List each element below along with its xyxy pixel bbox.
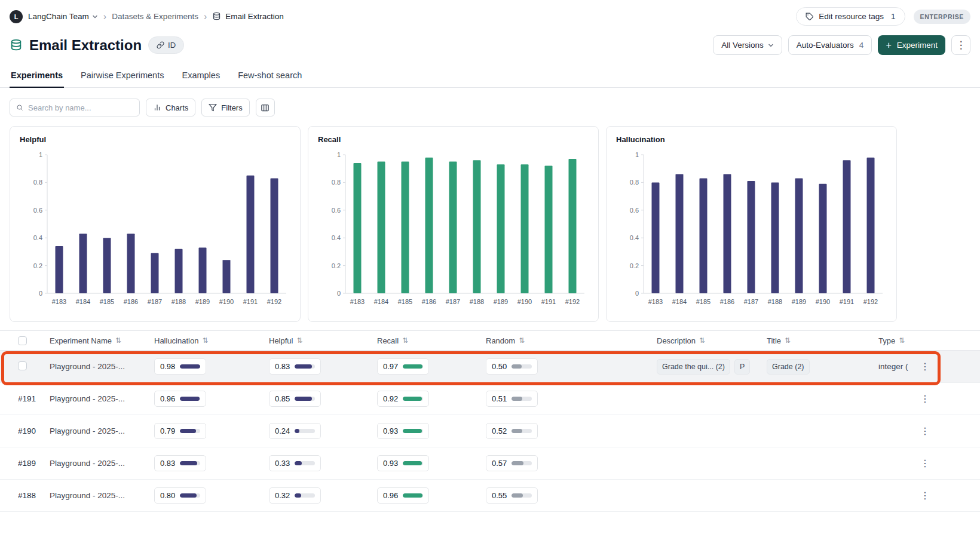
experiment-name[interactable]: Playground - 2025-... xyxy=(50,459,154,468)
tab-pairwise-experiments[interactable]: Pairwise Experiments xyxy=(79,65,165,87)
helpful-value: 0.85 xyxy=(275,394,290,403)
svg-text:0.8: 0.8 xyxy=(33,179,42,186)
svg-text:0.2: 0.2 xyxy=(630,262,639,269)
column-header-description[interactable]: Description⇅ xyxy=(657,336,767,345)
select-all-checkbox[interactable] xyxy=(18,336,27,345)
hallucination-cell: 0.79 xyxy=(154,423,269,439)
column-header-random[interactable]: Random⇅ xyxy=(486,336,657,345)
svg-text:0: 0 xyxy=(337,290,341,297)
row-checkbox[interactable] xyxy=(18,361,27,370)
more-options-button[interactable]: ⋮ xyxy=(951,35,970,55)
chart-card-recall: Recall 00.20.40.60.81#183#184#185#186#18… xyxy=(308,126,599,322)
column-label: Title xyxy=(767,336,781,345)
all-versions-dropdown[interactable]: All Versions xyxy=(713,35,782,55)
column-header-helpful[interactable]: Helpful⇅ xyxy=(269,336,377,345)
random-cell: 0.52 xyxy=(486,423,657,439)
sort-icon[interactable]: ⇅ xyxy=(202,336,208,345)
svg-text:#185: #185 xyxy=(398,298,412,305)
column-header-recall[interactable]: Recall⇅ xyxy=(377,336,486,345)
bar xyxy=(819,184,827,293)
svg-text:1: 1 xyxy=(39,151,42,158)
sort-icon[interactable]: ⇅ xyxy=(699,336,705,345)
experiment-name[interactable]: Playground - 2025-... xyxy=(50,394,154,403)
random-value: 0.50 xyxy=(492,362,507,371)
row-select-cell[interactable] xyxy=(18,361,50,372)
sort-icon[interactable]: ⇅ xyxy=(785,336,791,345)
bar xyxy=(867,158,875,293)
breadcrumb-datasets-experiments[interactable]: Datasets & Experiments xyxy=(112,12,198,21)
svg-text:0: 0 xyxy=(39,290,42,297)
column-header-hallucination[interactable]: Hallucination⇅ xyxy=(154,336,269,345)
row-menu-cell: ⋮ xyxy=(915,391,980,407)
svg-text:#192: #192 xyxy=(565,298,580,305)
row-menu-button[interactable]: ⋮ xyxy=(915,487,935,504)
svg-text:#191: #191 xyxy=(541,298,556,305)
svg-text:#191: #191 xyxy=(840,298,854,305)
tab-experiments[interactable]: Experiments xyxy=(10,65,64,87)
column-header-experiment-name[interactable]: Experiment Name⇅ xyxy=(50,336,154,345)
experiment-name[interactable]: Playground - 2025-... xyxy=(50,362,154,371)
hallucination-cell: 0.80 xyxy=(154,487,269,504)
resource-tags-count: 1 xyxy=(891,12,896,21)
row-menu-cell: ⋮ xyxy=(915,487,980,504)
chart-plot: 00.20.40.60.81#183#184#185#186#187#188#1… xyxy=(20,145,290,317)
row-menu-button[interactable]: ⋮ xyxy=(915,358,935,375)
edit-resource-tags-button[interactable]: Edit resource tags 1 xyxy=(796,7,905,26)
row-menu-button[interactable]: ⋮ xyxy=(915,455,935,471)
experiment-name[interactable]: Playground - 2025-... xyxy=(50,491,154,500)
recall-score: 0.92 xyxy=(377,391,429,407)
random-value: 0.52 xyxy=(492,426,507,435)
recall-cell: 0.96 xyxy=(377,487,486,504)
charts-button[interactable]: Charts xyxy=(146,99,195,116)
sort-icon[interactable]: ⇅ xyxy=(519,336,525,345)
columns-button[interactable] xyxy=(256,99,275,116)
svg-text:0.2: 0.2 xyxy=(33,262,42,269)
row-index: #188 xyxy=(18,491,50,500)
bar xyxy=(748,181,755,293)
edit-resource-tags-label: Edit resource tags xyxy=(819,12,884,21)
row-menu-cell: ⋮ xyxy=(915,358,980,375)
svg-text:#187: #187 xyxy=(744,298,758,305)
team-switcher[interactable]: LangChain Team xyxy=(28,12,98,21)
row-menu-cell: ⋮ xyxy=(915,423,980,439)
column-label: Hallucination xyxy=(154,336,198,345)
random-score: 0.55 xyxy=(486,487,538,504)
sort-icon[interactable]: ⇅ xyxy=(899,336,905,345)
filters-button[interactable]: Filters xyxy=(201,99,249,116)
table-row[interactable]: #189Playground - 2025-...0.830.330.930.5… xyxy=(0,447,980,480)
svg-text:#192: #192 xyxy=(863,298,878,305)
experiment-name[interactable]: Playground - 2025-... xyxy=(50,426,154,435)
table-row[interactable]: #188Playground - 2025-...0.800.320.960.5… xyxy=(0,480,980,512)
svg-text:#187: #187 xyxy=(446,298,460,305)
svg-text:#185: #185 xyxy=(100,298,114,305)
tab-few-shot-search[interactable]: Few-shot search xyxy=(237,65,303,87)
table-row[interactable]: Playground - 2025-...0.980.830.970.50Gra… xyxy=(0,351,980,383)
tab-examples[interactable]: Examples xyxy=(180,65,221,87)
search-input[interactable] xyxy=(28,103,133,112)
type-value: integer ( xyxy=(878,362,915,371)
chart-plot: 00.20.40.60.81#183#184#185#186#187#188#1… xyxy=(616,145,887,317)
auto-evaluators-button[interactable]: Auto-Evaluators 4 xyxy=(788,35,872,55)
copy-id-button[interactable]: ID xyxy=(148,36,184,54)
table-row[interactable]: #191Playground - 2025-...0.960.850.920.5… xyxy=(0,383,980,415)
org-avatar[interactable]: L xyxy=(10,10,23,23)
row-menu-button[interactable]: ⋮ xyxy=(915,423,935,439)
sort-icon[interactable]: ⇅ xyxy=(402,336,408,345)
sort-icon[interactable]: ⇅ xyxy=(115,336,121,345)
bar xyxy=(127,234,135,293)
column-header-title[interactable]: Title⇅ xyxy=(767,336,878,345)
hallucination-score: 0.96 xyxy=(154,391,206,407)
helpful-score: 0.33 xyxy=(269,455,321,471)
svg-text:1: 1 xyxy=(337,151,341,158)
sort-icon[interactable]: ⇅ xyxy=(296,336,302,345)
new-experiment-button[interactable]: + Experiment xyxy=(878,35,945,55)
row-menu-button[interactable]: ⋮ xyxy=(915,391,935,407)
topbar-right: Edit resource tags 1 ENTERPRISE xyxy=(796,7,970,26)
bar xyxy=(271,178,278,293)
enterprise-badge: ENTERPRISE xyxy=(914,10,970,24)
svg-text:0.4: 0.4 xyxy=(332,234,341,241)
title-cell: Grade (2) xyxy=(767,359,878,375)
column-header-type[interactable]: Type⇅ xyxy=(878,336,915,345)
recall-score: 0.93 xyxy=(377,423,429,439)
table-row[interactable]: #190Playground - 2025-...0.790.240.930.5… xyxy=(0,415,980,447)
